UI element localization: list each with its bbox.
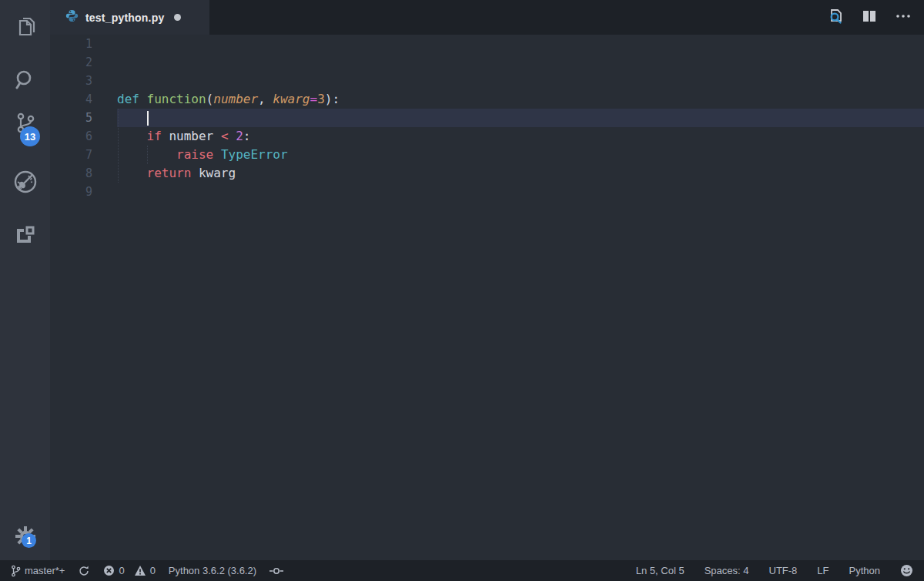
- activity-bar: 13: [0, 0, 50, 560]
- code-text: raise TypeError: [117, 146, 924, 164]
- search-icon: [13, 68, 38, 92]
- editor-pane[interactable]: 1234def function(number, kwarg=3):5 6 if…: [50, 35, 924, 560]
- code-line[interactable]: 9: [50, 183, 924, 201]
- status-right: Ln 5, Col 5 Spaces: 4 UTF-8 LF Python: [636, 564, 924, 577]
- code-line[interactable]: 5: [50, 109, 924, 127]
- modified-dot-icon: [174, 14, 181, 21]
- line-number[interactable]: 5: [50, 109, 117, 127]
- code-line[interactable]: 1: [50, 35, 924, 53]
- code-text: [117, 183, 924, 201]
- code-text: [117, 109, 924, 127]
- code-text: [117, 53, 924, 72]
- indentation-label: Spaces: 4: [705, 565, 749, 576]
- language-mode-status[interactable]: Python: [849, 565, 880, 576]
- debug-icon: [12, 168, 39, 196]
- language-label: Python: [849, 565, 880, 576]
- git-branch-status[interactable]: master*+: [11, 565, 65, 577]
- line-number[interactable]: 9: [50, 183, 117, 201]
- status-bar: master*+: [0, 560, 924, 581]
- editor-actions: [825, 0, 918, 35]
- find-in-file-button[interactable]: [825, 8, 845, 28]
- code-line[interactable]: 6 if number < 2:: [50, 127, 924, 146]
- settings-badge: 1: [22, 533, 36, 548]
- status-left: master*+: [0, 565, 283, 577]
- more-actions-icon: [895, 8, 912, 28]
- git-branch-icon: [11, 565, 21, 577]
- cursor-position-status[interactable]: Ln 5, Col 5: [636, 565, 685, 576]
- line-number[interactable]: 8: [50, 164, 117, 183]
- problems-status[interactable]: 0 0: [103, 565, 155, 576]
- line-number[interactable]: 7: [50, 146, 117, 164]
- split-editor-icon: [861, 8, 878, 28]
- line-number[interactable]: 2: [50, 53, 117, 72]
- eol-label: LF: [817, 565, 829, 576]
- editor-cursor: [147, 111, 149, 126]
- code-lines: 1234def function(number, kwarg=3):5 6 if…: [50, 35, 924, 201]
- more-actions-button[interactable]: [893, 8, 913, 28]
- sidebar-item-extensions[interactable]: [0, 217, 50, 254]
- warnings-status: 0: [134, 565, 156, 576]
- sync-icon: [78, 565, 90, 577]
- sidebar-item-search[interactable]: [0, 62, 50, 99]
- warning-count: 0: [150, 565, 156, 576]
- line-number[interactable]: 3: [50, 72, 117, 90]
- indent-guide: [147, 146, 148, 164]
- eol-status[interactable]: LF: [817, 565, 829, 576]
- tab-test-python[interactable]: test_python.py: [50, 0, 209, 35]
- vscode-window: 13: [0, 0, 924, 581]
- tab-title: test_python.py: [85, 12, 164, 24]
- code-text: def function(number, kwarg=3):: [117, 90, 924, 109]
- indent-guide: [118, 109, 119, 183]
- interpreter-label: Python 3.6.2 (3.6.2): [169, 565, 256, 576]
- line-number[interactable]: 4: [50, 90, 117, 109]
- target-status-button[interactable]: [270, 565, 283, 577]
- extensions-icon: [13, 223, 38, 247]
- feedback-button[interactable]: [900, 564, 913, 577]
- python-interpreter-status[interactable]: Python 3.6.2 (3.6.2): [169, 565, 256, 576]
- sidebar-item-source-control[interactable]: 13: [0, 105, 50, 142]
- sync-button[interactable]: [78, 565, 90, 577]
- branch-name: master*+: [25, 565, 65, 576]
- indentation-status[interactable]: Spaces: 4: [705, 565, 749, 576]
- errors-status: 0: [103, 565, 124, 576]
- files-icon: [13, 14, 38, 39]
- code-line[interactable]: 2: [50, 53, 924, 72]
- code-text: return kwarg: [117, 164, 924, 183]
- sidebar-item-explorer[interactable]: [0, 8, 50, 45]
- code-line[interactable]: 3: [50, 72, 924, 90]
- encoding-label: UTF-8: [769, 565, 798, 576]
- sidebar-item-debug[interactable]: [0, 163, 50, 200]
- encoding-status[interactable]: UTF-8: [769, 565, 798, 576]
- code-text: [117, 35, 924, 53]
- line-number[interactable]: 1: [50, 35, 117, 53]
- code-line[interactable]: 4def function(number, kwarg=3):: [50, 90, 924, 109]
- error-count: 0: [119, 565, 124, 576]
- feedback-smiley-icon: [900, 564, 913, 577]
- cursor-position-label: Ln 5, Col 5: [636, 565, 685, 576]
- find-in-file-icon: [826, 7, 845, 29]
- target-icon: [270, 565, 283, 577]
- code-line[interactable]: 8 return kwarg: [50, 164, 924, 183]
- code-line[interactable]: 7 raise TypeError: [50, 146, 924, 164]
- split-editor-button[interactable]: [859, 8, 879, 28]
- python-logo-icon: [65, 9, 79, 25]
- warning-icon: [134, 565, 146, 576]
- line-number[interactable]: 6: [50, 127, 117, 146]
- settings-button[interactable]: 1: [0, 518, 50, 555]
- error-icon: [103, 565, 115, 576]
- code-text: if number < 2:: [117, 127, 924, 146]
- code-text: [117, 72, 924, 90]
- tab-bar: test_python.py: [50, 0, 924, 35]
- source-control-badge: 13: [20, 126, 40, 146]
